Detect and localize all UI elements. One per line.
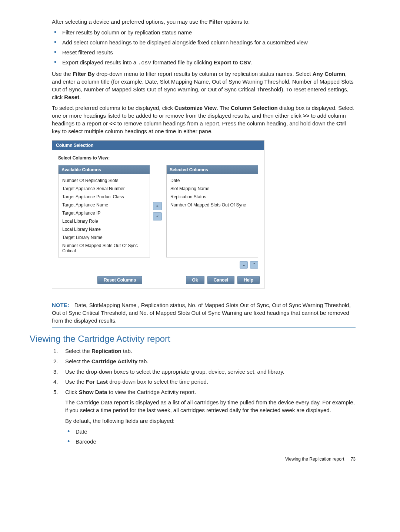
- list-item[interactable]: Target Appliance Serial Number: [60, 185, 148, 193]
- list-item[interactable]: Number Of Mapped Slots Out Of Sync: [168, 201, 256, 209]
- list-item[interactable]: Target Appliance Product Class: [60, 193, 148, 201]
- intro-paragraph: After selecting a device and preferred o…: [52, 18, 356, 26]
- text: drop-down menu to filter report results …: [95, 71, 313, 77]
- text: to view the Cartridge Activity report.: [107, 389, 196, 395]
- text: tab.: [137, 358, 148, 364]
- cartridge-activity-tab-label: Cartridge Activity: [91, 358, 137, 364]
- list-item-text: .: [251, 59, 253, 65]
- list-item[interactable]: Number Of Replicating Slots: [60, 176, 148, 185]
- list-item: Reset filtered results: [52, 48, 356, 56]
- column-selection-dialog: Column Selection Select Columns to View:…: [52, 140, 264, 289]
- text: Select the: [65, 348, 91, 354]
- show-data-label: Show Data: [79, 389, 107, 395]
- list-item: Export displayed results into a .csv for…: [52, 58, 356, 67]
- list-item-text: Add select column headings to be display…: [62, 39, 308, 46]
- intro-filter-word: Filter: [209, 18, 223, 25]
- text: tab.: [121, 348, 132, 354]
- list-item-text: Export displayed results into a: [62, 59, 138, 65]
- step-description: The Cartridge Data report is displayed a…: [65, 398, 356, 414]
- ctrl-key-label: Ctrl: [336, 120, 346, 127]
- reset-columns-button[interactable]: Reset Columns: [97, 276, 142, 284]
- customize-view-paragraph: To select preferred columns to be displa…: [52, 104, 356, 135]
- move-up-button[interactable]: ⌃: [250, 261, 258, 269]
- note-separator-bottom: [52, 327, 356, 328]
- step-description-2: By default, the following fields are dis…: [65, 417, 356, 425]
- move-down-button[interactable]: ⌄: [240, 261, 248, 269]
- export-to-csv-label: Export to CSV: [214, 59, 251, 65]
- ok-button[interactable]: Ok: [186, 276, 204, 284]
- steps-list: Select the Replication tab. Select the C…: [52, 347, 356, 445]
- note-text: Date, SlotMapping Name , Replication sta…: [52, 302, 351, 324]
- list-item[interactable]: Number Of Mapped Slots Out Of Sync Criti…: [60, 242, 148, 255]
- page-footer: Viewing the Replication report 73: [30, 457, 356, 462]
- available-columns-panel: Available Columns Number Of Replicating …: [58, 165, 150, 257]
- page-number: 73: [351, 457, 356, 462]
- text: to remove column headings from a report.…: [116, 120, 336, 127]
- column-selection-label: Column Selection: [231, 105, 278, 111]
- step-item: Click Show Data to view the Cartridge Ac…: [52, 388, 356, 445]
- text: Select the: [65, 358, 91, 364]
- reset-label: Reset: [64, 94, 79, 100]
- list-item: Add select column headings to be display…: [52, 38, 356, 46]
- list-item: Barcode: [65, 438, 356, 445]
- replication-tab-label: Replication: [91, 348, 121, 354]
- default-fields-list: Date Barcode: [65, 428, 356, 445]
- customize-view-label: Customize View: [174, 105, 217, 111]
- text: Use the: [52, 71, 73, 77]
- available-columns-list[interactable]: Number Of Replicating Slots Target Appli…: [59, 174, 150, 257]
- selected-columns-list[interactable]: Date Slot Mapping Name Replication Statu…: [167, 174, 258, 211]
- text: .: [79, 94, 81, 100]
- list-item[interactable]: Slot Mapping Name: [168, 185, 256, 193]
- for-last-label: For Last: [86, 378, 108, 385]
- text: drop-down box to select the time period.: [108, 378, 208, 385]
- list-item-text: Reset filtered results: [62, 49, 113, 55]
- help-button[interactable]: Help: [237, 276, 260, 284]
- list-item[interactable]: Target Appliance Name: [60, 201, 148, 209]
- list-item: Date: [65, 428, 356, 435]
- any-column-label: Any Column: [313, 71, 345, 77]
- move-right-button[interactable]: »: [153, 202, 162, 210]
- intro-tail: options to:: [223, 18, 250, 25]
- text: Use the drop-down boxes to select the ap…: [65, 368, 284, 375]
- list-item[interactable]: Target Library Name: [60, 233, 148, 242]
- available-columns-header: Available Columns: [59, 165, 150, 174]
- note-paragraph: NOTE:Date, SlotMapping Name , Replicatio…: [52, 301, 356, 324]
- intro-text: After selecting a device and preferred o…: [52, 18, 209, 25]
- list-item[interactable]: Local Library Name: [60, 225, 148, 233]
- filter-by-label: Filter By: [73, 71, 95, 77]
- add-arrows-label: >>: [303, 112, 310, 119]
- step-item: Select the Replication tab.: [52, 347, 356, 355]
- list-item[interactable]: Target Appliance IP: [60, 209, 148, 217]
- list-item: Filter results by column or by replicati…: [52, 28, 356, 36]
- list-item-text: Filter results by column or by replicati…: [62, 29, 192, 36]
- selected-columns-header: Selected Columns: [167, 165, 258, 174]
- dialog-title: Column Selection: [52, 141, 264, 150]
- filter-by-paragraph: Use the Filter By drop-down menu to filt…: [52, 70, 356, 101]
- footer-text: Viewing the Replication report: [285, 457, 344, 462]
- step-item: Use the For Last drop-down box to select…: [52, 378, 356, 386]
- step-item: Use the drop-down boxes to select the ap…: [52, 368, 356, 376]
- step-item: Select the Cartridge Activity tab.: [52, 357, 356, 366]
- list-item-text: Date: [76, 428, 87, 435]
- list-item[interactable]: Replication Status: [168, 193, 256, 201]
- text: key to select multiple column headings a…: [52, 128, 213, 134]
- list-item-text: Barcode: [76, 438, 96, 445]
- dialog-subtitle: Select Columns to View:: [58, 155, 258, 161]
- text: . The: [217, 105, 231, 111]
- text: To select preferred columns to be displa…: [52, 105, 174, 111]
- cancel-button[interactable]: Cancel: [207, 276, 234, 284]
- section-heading: Viewing the Cartridge Activity report: [30, 334, 370, 344]
- list-item-text: formatted file by clicking: [151, 59, 213, 65]
- list-item[interactable]: Local Library Role: [60, 217, 148, 225]
- list-item[interactable]: Date: [168, 176, 256, 185]
- move-left-button[interactable]: «: [153, 212, 162, 220]
- note-separator-top: [52, 298, 356, 298]
- filter-options-list: Filter results by column or by replicati…: [52, 28, 356, 67]
- selected-columns-panel: Selected Columns Date Slot Mapping Name …: [166, 165, 258, 257]
- text: Click: [65, 389, 79, 395]
- note-label: NOTE:: [52, 302, 69, 308]
- text: Use the: [65, 378, 86, 385]
- csv-code: .csv: [138, 60, 151, 66]
- remove-arrows-label: <<: [109, 120, 116, 127]
